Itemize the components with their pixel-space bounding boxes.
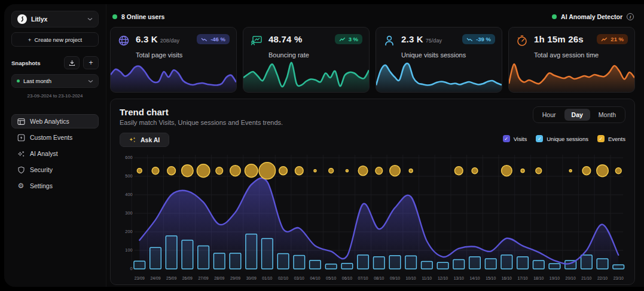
stat-card-total-page-visits: 6.3 K208/day -46 % Total page visits <box>110 27 237 93</box>
ask-ai-button[interactable]: Ask AI <box>120 133 169 147</box>
chevron-down-icon <box>87 17 93 21</box>
sidebar-item-settings[interactable]: ⚙ Settings <box>11 179 99 193</box>
sidebar-item-label: Web Analytics <box>30 118 69 125</box>
svg-text:01/10: 01/10 <box>262 276 272 280</box>
unique-sessions-bar <box>469 257 481 269</box>
unique-sessions-bar <box>325 264 337 269</box>
unique-sessions-bar <box>501 255 512 269</box>
svg-text:07/10: 07/10 <box>358 276 368 280</box>
events-bubble <box>152 167 159 174</box>
export-snapshot-button[interactable] <box>64 56 80 69</box>
unique-sessions-bar <box>358 255 369 269</box>
trend-badge: 21 % <box>597 34 628 44</box>
unique-sessions-bar <box>437 262 448 269</box>
svg-text:17/10: 17/10 <box>518 276 528 280</box>
stat-cards-row: 6.3 K208/day -46 % Total page visits 48.… <box>110 27 635 93</box>
project-name: Litlyx <box>31 16 47 23</box>
create-project-button[interactable]: + Create new project <box>11 32 99 47</box>
snapshot-date-range: 23-09-2024 to 23-10-2024 <box>11 93 99 99</box>
trend-badge: -46 % <box>197 34 230 44</box>
sidebar-item-label: Security <box>30 166 53 173</box>
events-bubble <box>279 167 288 175</box>
trend-badge: 3 % <box>335 34 362 44</box>
anomaly-status-dot <box>552 14 557 19</box>
bounce-sparkline <box>243 55 369 92</box>
events-bubble <box>182 165 194 177</box>
svg-text:08/10: 08/10 <box>374 276 384 280</box>
events-bubble <box>536 168 542 174</box>
project-selector[interactable]: Litlyx <box>11 11 99 27</box>
events-checkbox[interactable]: ✓ <box>597 135 605 142</box>
svg-text:29/09: 29/09 <box>230 276 240 280</box>
unique-sessions-bar <box>485 259 496 269</box>
stat-value: 1h 15m 26s <box>534 34 584 44</box>
tab-month[interactable]: Month <box>591 109 623 121</box>
session-time-sparkline <box>509 55 634 92</box>
events-bubble <box>167 167 176 175</box>
unique-sessions-bar <box>262 238 273 269</box>
svg-text:22/10: 22/10 <box>597 276 608 280</box>
unique-sessions-bar <box>246 234 257 269</box>
svg-text:19/10: 19/10 <box>550 276 560 280</box>
visits-checkbox[interactable]: ✓ <box>503 135 510 142</box>
svg-text:100: 100 <box>125 247 132 253</box>
sessions-sparkline <box>376 55 502 92</box>
ai-sparkle-icon <box>129 136 136 143</box>
trend-badge: -39 % <box>462 34 495 44</box>
legend-events[interactable]: ✓ Events <box>597 135 625 142</box>
unique-sessions-checkbox[interactable]: ✓ <box>536 135 543 142</box>
svg-text:14/10: 14/10 <box>469 276 480 280</box>
sidebar-item-security[interactable]: Security <box>11 163 99 177</box>
online-users: 8 Online users <box>112 13 164 20</box>
svg-text:21/10: 21/10 <box>581 276 591 280</box>
stat-per-day: 75/day <box>426 38 442 44</box>
svg-text:13/10: 13/10 <box>454 276 464 280</box>
globe-icon <box>117 34 130 50</box>
legend-unique-sessions[interactable]: ✓ Unique sessions <box>536 135 588 142</box>
svg-text:06/10: 06/10 <box>342 276 352 280</box>
svg-text:18/10: 18/10 <box>533 276 544 280</box>
browser-window-icon <box>17 118 25 125</box>
info-icon[interactable]: i <box>627 13 634 20</box>
svg-text:0: 0 <box>130 266 132 271</box>
events-bubble <box>409 169 413 173</box>
svg-text:20/10: 20/10 <box>566 276 576 280</box>
events-bubble <box>569 170 572 172</box>
events-bubble <box>137 169 142 173</box>
events-bubble <box>358 166 368 176</box>
tab-day[interactable]: Day <box>564 109 590 121</box>
trend-up-icon <box>339 37 346 42</box>
unique-sessions-bar <box>294 255 305 269</box>
trend-chart-plot[interactable]: 010020030040050060023/0924/0925/0926/092… <box>120 152 625 287</box>
trend-down-icon <box>201 37 207 42</box>
events-bubble <box>197 164 210 177</box>
unique-sessions-bar <box>134 261 145 269</box>
stat-card-bouncing-rate: 48.74 % 3 % Bouncing rate <box>243 27 370 93</box>
snapshot-select[interactable]: Last month <box>11 74 99 88</box>
unique-sessions-bar <box>581 255 593 269</box>
svg-text:10/10: 10/10 <box>406 276 416 280</box>
events-bubble <box>346 170 348 172</box>
unique-sessions-bar <box>150 247 161 269</box>
add-snapshot-button[interactable]: + <box>83 56 99 69</box>
ask-ai-label: Ask AI <box>141 136 160 143</box>
unique-sessions-bar <box>310 261 321 269</box>
events-bubble <box>376 167 383 174</box>
plus-icon: + <box>88 59 93 67</box>
unique-sessions-bar <box>597 259 608 269</box>
create-project-label: Create new project <box>34 36 82 43</box>
sidebar-item-web-analytics[interactable]: Web Analytics <box>11 114 99 128</box>
trend-chart-card: Trend chart Easily match Visits, Unique … <box>110 99 635 285</box>
events-bubble <box>521 169 524 173</box>
sidebar-item-ai-analyst[interactable]: AI Analyst <box>11 146 99 161</box>
sidebar-item-custom-events[interactable]: Custom Events <box>11 130 99 145</box>
legend-visits[interactable]: ✓ Visits <box>503 135 527 142</box>
stat-value: 2.3 K <box>401 34 423 44</box>
active-snapshot-dot <box>17 79 20 82</box>
events-bubble <box>502 166 512 176</box>
tab-hour[interactable]: Hour <box>535 109 563 121</box>
svg-text:23/09: 23/09 <box>135 276 145 280</box>
unique-sessions-bar <box>533 261 544 269</box>
svg-text:26/09: 26/09 <box>182 276 193 280</box>
unique-sessions-bar <box>341 264 353 269</box>
